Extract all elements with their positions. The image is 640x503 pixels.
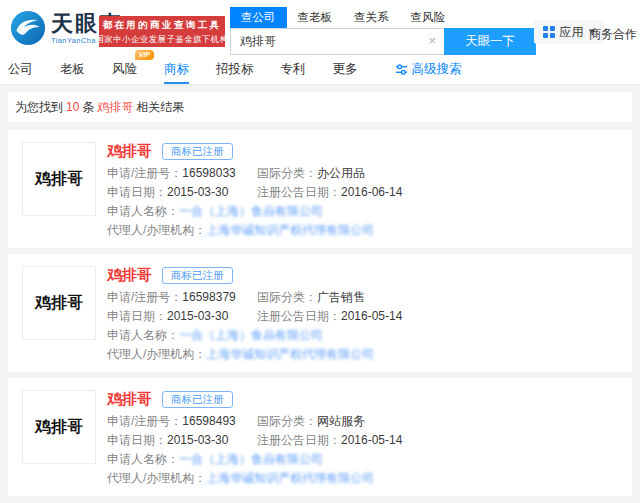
search-input[interactable] <box>230 28 444 55</box>
pub-date-label: 注册公告日期： <box>257 309 341 323</box>
trademark-image-text: 鸡排哥 <box>35 417 83 438</box>
search-keyword: 鸡排哥 <box>97 100 133 114</box>
class-value: 广告销售 <box>317 290 365 304</box>
reg-value: 16598493 <box>182 414 235 428</box>
summary-unit: 条 <box>82 100 94 114</box>
applicant-link[interactable]: 一合（上海）食品有限公司 <box>179 453 323 465</box>
reg-label: 申请/注册号： <box>107 290 182 304</box>
nav-item-company[interactable]: 公司 <box>8 56 33 84</box>
reg-value: 16598379 <box>182 290 235 304</box>
applicant-link[interactable]: 一合（上海）食品有限公司 <box>179 205 323 217</box>
trademark-image[interactable]: 鸡排哥 <box>22 390 96 464</box>
applicant-label: 申请人名称： <box>107 205 179 217</box>
page: 天眼查 TianYanCha.com 都在用的商业查询工具 国家中小企业发展子基… <box>0 0 640 503</box>
apply-date-label: 申请日期： <box>107 309 167 323</box>
results-area: 为您找到10条鸡排哥相关结果 鸡排哥 鸡排哥 商标已注册 申请/注册号：1659… <box>0 85 640 503</box>
result-count: 10 <box>66 100 79 114</box>
applicant-link[interactable]: 一合（上海）食品有限公司 <box>179 329 323 341</box>
applicant-label: 申请人名称： <box>107 329 179 341</box>
reg-label: 申请/注册号： <box>107 414 182 428</box>
advanced-search-link[interactable]: 高级搜索 <box>395 61 462 78</box>
agent-label: 代理人/办理机构： <box>107 224 206 236</box>
status-badge: 商标已注册 <box>162 143 233 160</box>
eye-logo-icon <box>10 10 46 46</box>
applicant-label: 申请人名称： <box>107 453 179 465</box>
status-badge: 商标已注册 <box>162 267 233 284</box>
class-value: 网站服务 <box>317 414 365 428</box>
class-value: 办公用品 <box>317 166 365 180</box>
trademark-title-link[interactable]: 鸡排哥 <box>107 266 152 284</box>
search-button[interactable]: 天眼一下 <box>444 28 536 55</box>
category-nav: 公司 老板 风险VIP 商标 招投标 专利 更多 高级搜索 <box>0 55 640 85</box>
tab-company[interactable]: 查公司 <box>230 7 287 28</box>
apps-grid-icon <box>543 26 555 38</box>
search-tabs: 查公司 查老板 查关系 查风险 <box>230 7 536 28</box>
promo-line2: 国家中小企业发展子基金旗下机构 <box>95 34 228 45</box>
trademark-info: 鸡排哥 商标已注册 申请/注册号：16598033 国际分类：办公用品 申请日期… <box>107 142 618 236</box>
trademark-info: 鸡排哥 商标已注册 申请/注册号：16598379 国际分类：广告销售 申请日期… <box>107 266 618 360</box>
pub-date-value: 2016-05-14 <box>341 309 402 323</box>
summary-prefix: 为您找到 <box>15 100 63 114</box>
nav-item-risk-label: 风险 <box>112 62 137 76</box>
trademark-title-link[interactable]: 鸡排哥 <box>107 142 152 160</box>
trademark-card: 鸡排哥 鸡排哥 商标已注册 申请/注册号：16598493 国际分类：网站服务 … <box>8 378 632 496</box>
nav-item-boss[interactable]: 老板 <box>60 56 85 84</box>
reg-label: 申请/注册号： <box>107 166 182 180</box>
agent-link[interactable]: 上海华诚知识产权代理有限公司 <box>206 348 374 360</box>
clear-icon[interactable]: × <box>428 34 436 48</box>
trademark-info: 鸡排哥 商标已注册 申请/注册号：16598493 国际分类：网站服务 申请日期… <box>107 390 618 484</box>
pub-date-value: 2016-06-14 <box>341 185 402 199</box>
tab-relation[interactable]: 查关系 <box>343 7 400 28</box>
apply-date-label: 申请日期： <box>107 433 167 447</box>
tab-boss[interactable]: 查老板 <box>287 7 344 28</box>
class-label: 国际分类： <box>257 414 317 428</box>
nav-item-bidding[interactable]: 招投标 <box>216 56 254 84</box>
vip-badge: VIP <box>135 50 154 60</box>
apply-date-value: 2015-03-30 <box>167 185 228 199</box>
site-header: 天眼查 TianYanCha.com 都在用的商业查询工具 国家中小企业发展子基… <box>0 0 640 55</box>
apps-label: 应用 <box>560 24 584 41</box>
trademark-image[interactable]: 鸡排哥 <box>22 142 96 216</box>
trademark-card: 鸡排哥 鸡排哥 商标已注册 申请/注册号：16598379 国际分类：广告销售 … <box>8 254 632 372</box>
apply-date-value: 2015-03-30 <box>167 433 228 447</box>
filter-sliders-icon <box>395 63 408 76</box>
nav-item-trademark[interactable]: 商标 <box>164 56 189 84</box>
pub-date-label: 注册公告日期： <box>257 185 341 199</box>
nav-item-risk[interactable]: 风险VIP <box>112 56 137 84</box>
promo-line1: 都在用的商业查询工具 <box>103 19 222 32</box>
agent-label: 代理人/办理机构： <box>107 472 206 484</box>
trademark-image-text: 鸡排哥 <box>35 293 83 314</box>
nav-item-more[interactable]: 更多 <box>333 56 358 84</box>
trademark-image[interactable]: 鸡排哥 <box>22 266 96 340</box>
pub-date-label: 注册公告日期： <box>257 433 341 447</box>
trademark-card: 鸡排哥 鸡排哥 商标已注册 申请/注册号：16598033 国际分类：办公用品 … <box>8 130 632 248</box>
trademark-title-link[interactable]: 鸡排哥 <box>107 390 152 408</box>
trademark-image-text: 鸡排哥 <box>35 169 83 190</box>
nav-item-patent[interactable]: 专利 <box>281 56 306 84</box>
apply-date-value: 2015-03-30 <box>167 309 228 323</box>
class-label: 国际分类： <box>257 290 317 304</box>
agent-link[interactable]: 上海华诚知识产权代理有限公司 <box>206 472 374 484</box>
reg-value: 16598033 <box>182 166 235 180</box>
status-badge: 商标已注册 <box>162 391 233 408</box>
agent-label: 代理人/办理机构： <box>107 348 206 360</box>
apply-date-label: 申请日期： <box>107 185 167 199</box>
search-area: 查公司 查老板 查关系 查风险 × 天眼一下 <box>230 7 536 55</box>
advanced-search-label: 高级搜索 <box>412 61 462 78</box>
class-label: 国际分类： <box>257 166 317 180</box>
business-cooperation-link[interactable]: 商务合作 <box>589 26 637 43</box>
promo-banner: 都在用的商业查询工具 国家中小企业发展子基金旗下机构 <box>99 16 225 47</box>
pub-date-value: 2016-05-14 <box>341 433 402 447</box>
agent-link[interactable]: 上海华诚知识产权代理有限公司 <box>206 224 374 236</box>
tab-risk[interactable]: 查风险 <box>400 7 457 28</box>
search-box: × 天眼一下 <box>230 28 536 55</box>
summary-suffix: 相关结果 <box>136 100 184 114</box>
results-summary: 为您找到10条鸡排哥相关结果 <box>8 92 632 122</box>
